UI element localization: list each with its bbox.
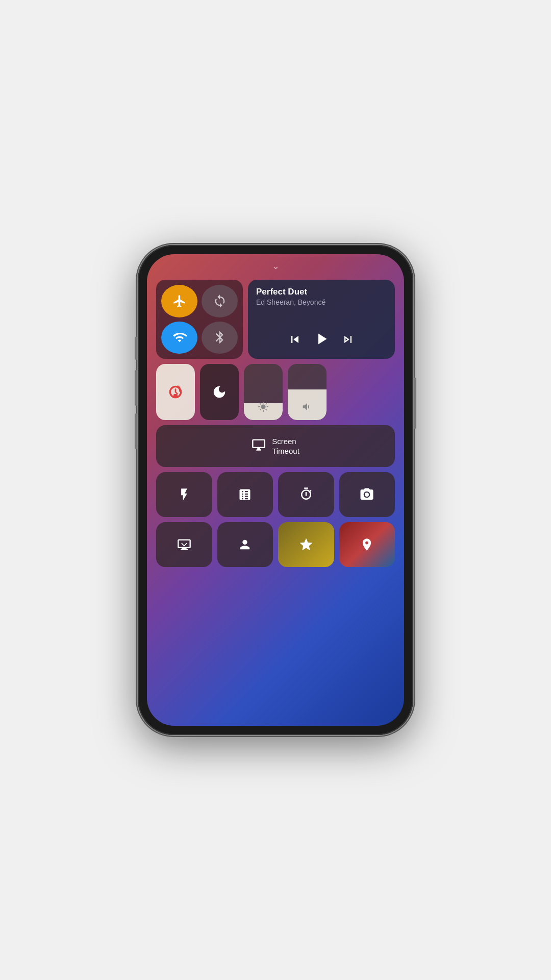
contacts-button[interactable] [217,522,273,567]
control-center: Perfect Duet Ed Sheeran, Beyoncé [147,254,404,726]
music-player[interactable]: Perfect Duet Ed Sheeran, Beyoncé [248,280,395,359]
bluetooth-button[interactable] [202,322,238,354]
screen-timeout-icon [252,437,266,455]
volume-up-button[interactable] [135,370,137,406]
screen-timeout-row: Screen Timeout [156,425,395,467]
apps-row-1 [156,472,395,517]
middle-row [156,364,395,420]
brightness-slider[interactable] [244,364,283,420]
cellular-button[interactable] [202,285,238,317]
screen-timeout-label: Screen Timeout [272,436,299,456]
timer-button[interactable] [278,472,334,517]
power-button[interactable] [414,378,416,429]
do-not-disturb-button[interactable] [200,364,239,420]
screen-timeout-button[interactable]: Screen Timeout [156,425,395,467]
maps-button[interactable] [339,522,395,567]
phone-screen: ⌄ [147,254,404,726]
volume-slider[interactable] [288,364,327,420]
music-artist: Ed Sheeran, Beyoncé [256,298,387,306]
screen-mirror-button[interactable] [156,522,212,567]
apps-row-2 [156,522,395,567]
flashlight-button[interactable] [156,472,212,517]
brightness-icon [258,401,269,415]
music-rewind-button[interactable] [288,332,302,350]
svg-rect-1 [173,394,178,398]
close-chevron-icon[interactable]: ⌄ [272,260,280,272]
svg-point-2 [365,493,369,497]
music-forward-button[interactable] [341,332,355,350]
music-info: Perfect Duet Ed Sheeran, Beyoncé [256,287,387,330]
camera-button[interactable] [339,472,395,517]
music-play-button[interactable] [312,330,331,352]
clips-button[interactable] [278,522,334,567]
phone-frame: ⌄ [138,245,413,735]
mute-button[interactable] [135,337,137,360]
rotation-lock-button[interactable] [156,364,195,420]
notch-area: ⌄ [272,260,280,272]
volume-down-button[interactable] [135,413,137,449]
wifi-button[interactable] [161,322,197,354]
music-title: Perfect Duet [256,287,387,297]
volume-icon [302,401,313,415]
music-controls [256,330,387,352]
connectivity-grid [156,280,243,359]
airplane-mode-button[interactable] [161,285,197,317]
calculator-button[interactable] [217,472,273,517]
top-row: Perfect Duet Ed Sheeran, Beyoncé [156,280,395,359]
